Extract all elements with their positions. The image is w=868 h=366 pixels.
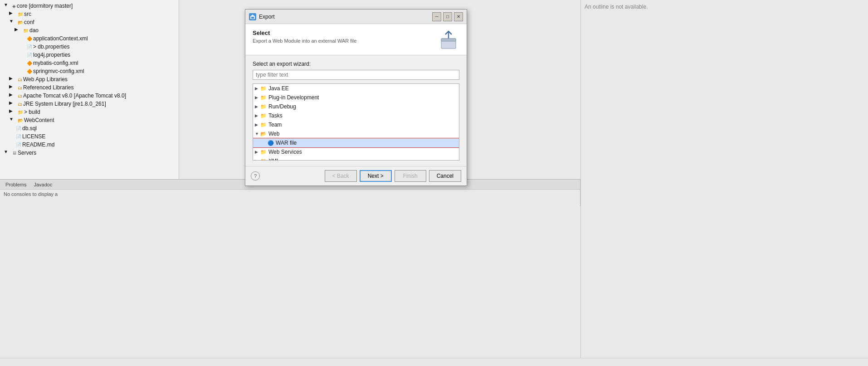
- wizard-item-tasks[interactable]: ▶ 📁 Tasks: [253, 111, 459, 120]
- dialog-titlebar: Export ─ □ ✕: [245, 10, 467, 24]
- wizard-tree: ▶ 📁 Java EE ▶ 📁 Plug-in Development ▶ 📁 …: [253, 83, 459, 161]
- maximize-button[interactable]: □: [443, 12, 452, 21]
- wizard-item-team[interactable]: ▶ 📁 Team: [253, 120, 459, 129]
- folder-icon-xml: 📁: [260, 158, 267, 161]
- export-icon-svg: [439, 30, 458, 50]
- expand-arrow: ▶: [255, 122, 260, 127]
- dialog-body: Select an export wizard: ▶ 📁 Java EE ▶ 📁…: [245, 55, 467, 166]
- dialog-title-icon: [249, 13, 256, 20]
- cancel-button[interactable]: Cancel: [429, 170, 461, 182]
- expand-arrow: ▶: [255, 159, 260, 161]
- next-button[interactable]: Next >: [360, 170, 392, 182]
- folder-icon-tasks: 📁: [260, 113, 267, 119]
- filter-input[interactable]: [253, 70, 459, 80]
- wizard-item-javaee[interactable]: ▶ 📁 Java EE: [253, 84, 459, 93]
- svg-rect-5: [441, 39, 456, 41]
- dialog-footer: ? < Back Next > Finish Cancel: [245, 166, 467, 185]
- wizard-item-warfile[interactable]: 🔵 WAR file: [253, 138, 459, 147]
- expand-arrow: ▶: [255, 150, 260, 154]
- filter-label: Select an export wizard:: [253, 61, 459, 67]
- status-bar: [0, 358, 868, 366]
- dialog-header: Select Export a Web Module into an exter…: [245, 24, 467, 55]
- titlebar-buttons: ─ □ ✕: [432, 12, 463, 21]
- footer-buttons: < Back Next > Finish Cancel: [325, 170, 461, 182]
- expand-arrow: ▶: [255, 104, 260, 109]
- close-button[interactable]: ✕: [454, 12, 463, 21]
- wizard-item-rundebug[interactable]: ▶ 📁 Run/Debug: [253, 102, 459, 111]
- minimize-button[interactable]: ─: [432, 12, 441, 21]
- help-button[interactable]: ?: [251, 171, 260, 181]
- svg-rect-2: [251, 17, 254, 19]
- dialog-header-text: Select Export a Web Module into an exter…: [253, 29, 356, 44]
- dialog-title-text: Export: [259, 14, 432, 20]
- expand-arrow: ▶: [255, 95, 260, 100]
- back-button[interactable]: < Back: [325, 170, 357, 182]
- svg-marker-1: [250, 15, 255, 16]
- wizard-item-xml[interactable]: ▶ 📁 XML: [253, 156, 459, 161]
- finish-button[interactable]: Finish: [395, 170, 426, 182]
- folder-icon-team: 📁: [260, 122, 267, 128]
- folder-icon-web: 📂: [260, 131, 267, 137]
- dialog-header-icon: [438, 29, 459, 51]
- modal-overlay: Export ─ □ ✕ Select Export a Web Module …: [0, 0, 868, 366]
- collapse-arrow: ▼: [255, 132, 260, 136]
- folder-icon-javaee: 📁: [260, 86, 267, 92]
- expand-arrow: ▶: [255, 86, 260, 91]
- war-icon: 🔵: [268, 140, 274, 146]
- folder-icon-rundebug: 📁: [260, 104, 267, 110]
- expand-arrow: ▶: [255, 113, 260, 118]
- dialog-header-title: Select: [253, 29, 356, 36]
- folder-icon-plugin: 📁: [260, 95, 267, 101]
- wizard-item-plugin[interactable]: ▶ 📁 Plug-in Development: [253, 93, 459, 102]
- folder-icon-webservices: 📁: [260, 149, 267, 155]
- footer-left: ?: [251, 171, 260, 181]
- export-dialog: Export ─ □ ✕ Select Export a Web Module …: [245, 9, 467, 186]
- dialog-header-subtitle: Export a Web Module into an external WAR…: [253, 38, 356, 44]
- wizard-item-webservices[interactable]: ▶ 📁 Web Services: [253, 147, 459, 156]
- wizard-item-web[interactable]: ▼ 📂 Web: [253, 129, 459, 138]
